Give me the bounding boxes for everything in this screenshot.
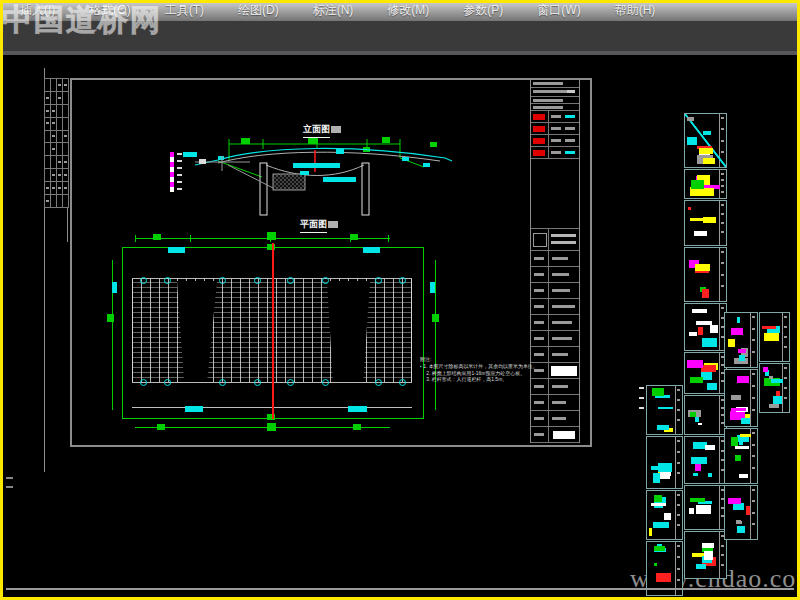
bearing-circle bbox=[375, 379, 382, 386]
drawing-tile bbox=[724, 312, 758, 368]
title-block-row bbox=[531, 363, 579, 379]
note-line: 2. 桥面上部结构采用1-16m预应力砼空心板。 bbox=[420, 370, 538, 377]
cyan-label bbox=[348, 406, 367, 412]
mini-table-cell bbox=[63, 79, 69, 92]
dim-text-block bbox=[153, 234, 161, 240]
title-block-row bbox=[531, 427, 579, 443]
plan-view bbox=[105, 230, 445, 435]
notes-title: 附注: bbox=[420, 356, 538, 363]
mini-table-cell bbox=[63, 131, 69, 144]
cyan-label bbox=[185, 406, 203, 412]
title-block-row bbox=[531, 88, 579, 97]
drawing-tile bbox=[684, 247, 727, 302]
dim-text-block bbox=[350, 234, 358, 240]
plan-dim-right bbox=[435, 260, 436, 410]
title-block-row bbox=[531, 229, 579, 251]
title-block-row bbox=[531, 299, 579, 315]
title-block-row bbox=[531, 411, 579, 427]
drawing-tile bbox=[684, 113, 727, 168]
bearing-circle bbox=[399, 277, 406, 284]
drawing-tile bbox=[646, 436, 683, 489]
elevation-title: 立面图 bbox=[303, 123, 330, 138]
mini-table-cell bbox=[63, 118, 69, 131]
elevation-scale-box bbox=[331, 126, 341, 133]
mini-table-cell bbox=[63, 169, 69, 182]
title-block-row bbox=[531, 111, 579, 123]
drawing-tile bbox=[684, 436, 727, 484]
drawing-tile bbox=[684, 395, 727, 435]
plan-dim-bottom bbox=[135, 427, 390, 428]
bearing-circle bbox=[219, 379, 226, 386]
menu-item-5[interactable]: 修改(M) bbox=[387, 2, 429, 19]
title-block-row bbox=[531, 315, 579, 331]
title-block bbox=[530, 80, 580, 443]
menu-item-2[interactable]: 工具(T) bbox=[165, 2, 204, 19]
tick-mark bbox=[639, 407, 644, 409]
menu-item-3[interactable]: 绘图(D) bbox=[238, 2, 279, 19]
tick-mark bbox=[639, 397, 644, 399]
bearing-circle bbox=[219, 277, 226, 284]
bearing-circle bbox=[164, 379, 171, 386]
dim-text-block bbox=[267, 423, 276, 431]
title-block-row bbox=[531, 395, 579, 411]
window-bottom-border bbox=[6, 588, 794, 590]
drawing-tile bbox=[684, 531, 727, 579]
cyan-label bbox=[363, 247, 380, 253]
menu-item-8[interactable]: 帮助(H) bbox=[615, 2, 656, 19]
bearing-circle bbox=[322, 277, 329, 284]
title-block-row bbox=[531, 104, 579, 111]
plan-scale-box bbox=[328, 221, 338, 228]
title-block-row bbox=[531, 97, 579, 104]
bearing-circle bbox=[254, 277, 261, 284]
bearing-circle bbox=[399, 379, 406, 386]
note-line: 3. 栏杆形式：人行道栏杆，高1.5m。 bbox=[420, 376, 538, 383]
app-window: { "menu": { "items": [ {"label": "插入(I)"… bbox=[0, 0, 800, 600]
plan-centerline bbox=[272, 243, 274, 419]
cyan-label bbox=[168, 247, 185, 253]
toolbar-strip bbox=[0, 51, 800, 55]
mini-table-cell bbox=[63, 182, 69, 195]
title-block-row bbox=[531, 80, 579, 88]
drawing-tile bbox=[684, 303, 727, 351]
drawing-tile bbox=[684, 200, 727, 246]
title-block-row bbox=[531, 123, 579, 135]
drawing-tile bbox=[684, 485, 727, 530]
title-block-row bbox=[531, 283, 579, 299]
menu-item-4[interactable]: 标注(N) bbox=[313, 2, 354, 19]
elevation-view bbox=[100, 115, 470, 223]
right-void bbox=[327, 281, 370, 383]
dim-text-block bbox=[267, 232, 276, 240]
dim-text-block bbox=[157, 424, 165, 430]
dim-text-block bbox=[107, 314, 114, 322]
bearing-circle bbox=[254, 379, 261, 386]
menu-item-7[interactable]: 窗口(W) bbox=[537, 2, 580, 19]
title-block-row bbox=[531, 135, 579, 147]
title-block-row bbox=[531, 379, 579, 395]
plan-title: 平面图 bbox=[300, 218, 327, 233]
tick-mark bbox=[6, 477, 13, 479]
bearing-circle bbox=[287, 277, 294, 284]
side-label bbox=[430, 282, 435, 293]
bearing-circle bbox=[322, 379, 329, 386]
left-mini-table bbox=[44, 78, 69, 208]
mini-table-cell bbox=[63, 156, 69, 169]
menu-item-6[interactable]: 参数(P) bbox=[463, 2, 503, 19]
bearing-circle bbox=[140, 379, 147, 386]
title-block-row bbox=[531, 267, 579, 283]
bearing-circle bbox=[287, 379, 294, 386]
dim-text-block bbox=[432, 314, 439, 322]
mini-table-cell bbox=[63, 195, 69, 208]
title-block-row bbox=[531, 251, 579, 267]
drawing-tile bbox=[646, 490, 683, 540]
mini-table-cell bbox=[63, 92, 69, 105]
drawing-tile bbox=[724, 485, 758, 540]
title-block-row bbox=[531, 147, 579, 159]
drawing-tile bbox=[684, 169, 727, 199]
drawing-tile bbox=[684, 352, 727, 394]
drawing-tile bbox=[759, 363, 790, 413]
drawing-tile bbox=[646, 385, 683, 435]
title-block-row bbox=[531, 347, 579, 363]
mini-table-cell bbox=[63, 105, 69, 118]
side-label bbox=[112, 282, 117, 293]
left-guide-line2 bbox=[67, 207, 68, 242]
